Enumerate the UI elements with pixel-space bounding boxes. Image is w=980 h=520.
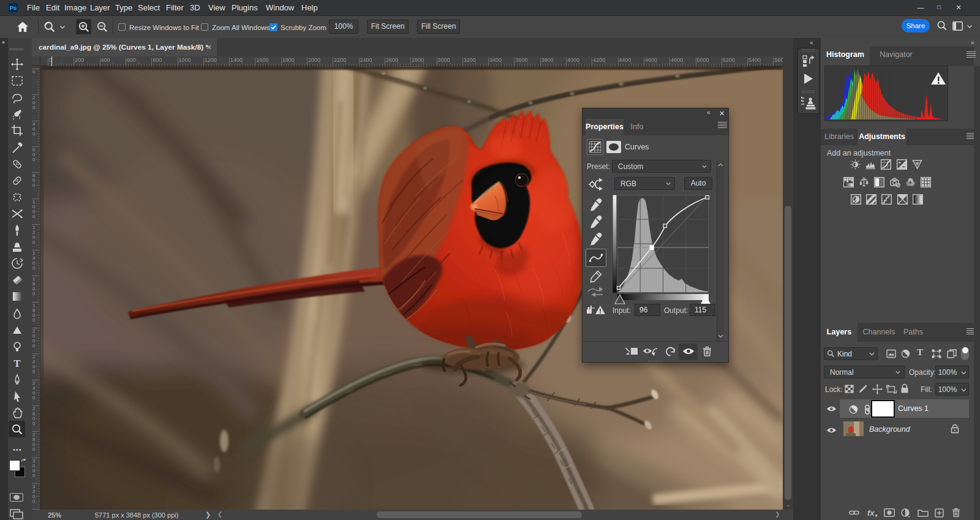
svg-text:T: T — [13, 358, 21, 369]
